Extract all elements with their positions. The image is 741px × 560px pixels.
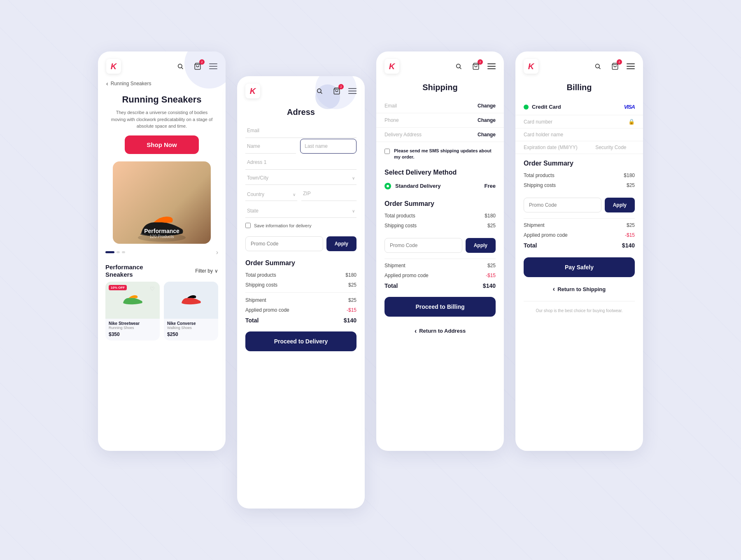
- expiry-label: Expiration date (MM/YY): [524, 145, 578, 150]
- products-section-header: Performance Sneakers Filter by ∨: [98, 258, 226, 282]
- summary-total-label-s4: Total: [524, 242, 537, 249]
- dot-active: [105, 251, 114, 253]
- order-summary-title-s4: Order Summary: [515, 154, 643, 170]
- sneaker-label: Performance 120 Products: [113, 228, 211, 239]
- card-number-label: Card number: [524, 119, 552, 125]
- promo-code-input-s4[interactable]: [524, 198, 601, 212]
- product-card-1[interactable]: 10% OFF ♡ Nike Streetwear Running Shoes …: [105, 282, 160, 341]
- menu-icon-s2[interactable]: [348, 88, 357, 94]
- product-type-1: Running Shoes: [109, 326, 156, 330]
- credit-card-radio-icon: [524, 105, 529, 110]
- header-icons-s2: 2: [314, 85, 357, 97]
- shipping-title: Shipping: [376, 79, 504, 99]
- search-icon-s4[interactable]: [592, 61, 604, 72]
- filter-button[interactable]: Filter by ∨: [195, 268, 218, 274]
- menu-icon-s3[interactable]: [487, 63, 496, 69]
- address1-field[interactable]: [245, 155, 357, 170]
- summary-promo-value-s4: -$15: [625, 232, 635, 238]
- delivery-method-title: Select Delivery Method: [376, 165, 504, 180]
- summary-total-value-s4: $140: [622, 242, 635, 249]
- summary-total-value-s2: $140: [344, 317, 357, 324]
- email-field[interactable]: [245, 124, 357, 138]
- promo-code-row-s4: Apply: [515, 190, 643, 217]
- carousel-next-icon[interactable]: ›: [216, 249, 218, 256]
- delivery-address-row: Delivery Address Change: [376, 128, 504, 142]
- email-change-button[interactable]: Change: [478, 103, 496, 109]
- svg-line-11: [599, 68, 600, 69]
- delivery-label: Standard Delivery: [395, 183, 480, 189]
- delivery-address-change-button[interactable]: Change: [478, 132, 496, 138]
- apply-button-s2[interactable]: Apply: [326, 236, 357, 251]
- sms-text: Please send me SMS shipping updates abou…: [394, 148, 496, 161]
- phone-change-button[interactable]: Change: [478, 117, 496, 123]
- breadcrumb: ‹ Running Sneakers: [98, 79, 226, 91]
- screen-billing: K 2 Billing Credit Card VISA: [515, 51, 643, 451]
- logo-s3[interactable]: K: [384, 59, 399, 74]
- security-code-label: Security Code: [595, 145, 626, 150]
- product-image-2: [164, 282, 218, 319]
- breadcrumb-text: Running Sneakers: [111, 81, 151, 86]
- delivery-option-standard[interactable]: Standard Delivery Free: [376, 180, 504, 194]
- promo-code-input-s3[interactable]: [384, 238, 462, 253]
- last-name-field[interactable]: [300, 139, 357, 154]
- lock-icon: 🔒: [628, 119, 635, 125]
- search-icon-s2[interactable]: [314, 85, 325, 97]
- screen-address: K 2 Adress: [237, 76, 365, 509]
- sms-checkbox[interactable]: [384, 149, 390, 154]
- country-select[interactable]: [245, 187, 297, 201]
- address-title: Adress: [237, 103, 365, 124]
- return-to-shipping-label: Return to Shipping: [557, 286, 606, 292]
- return-to-address-button[interactable]: ‹ Return to Address: [376, 323, 504, 341]
- cart-icon-s2[interactable]: 2: [331, 85, 343, 97]
- summary-promo-label-s4: Applied promo code: [524, 232, 568, 238]
- state-select[interactable]: [245, 203, 357, 218]
- search-icon[interactable]: [175, 61, 186, 72]
- sneaker-label-title: Performance: [113, 228, 211, 234]
- summary-total-s2: Total $140: [237, 315, 365, 326]
- summary-total-s3: Total $140: [376, 280, 504, 291]
- apply-button-s4[interactable]: Apply: [605, 198, 635, 212]
- pay-safely-button[interactable]: Pay Safely: [524, 257, 635, 277]
- zip-field[interactable]: [301, 187, 357, 201]
- discount-badge-1: 10% OFF: [109, 285, 127, 290]
- promo-row-s4: Apply: [524, 192, 635, 215]
- breadcrumb-arrow: ‹: [106, 80, 108, 87]
- product-name-2: Nike Converse: [167, 321, 215, 326]
- logo-s4[interactable]: K: [524, 59, 538, 74]
- proceed-to-delivery-button[interactable]: Proceed to Delivery: [245, 331, 357, 351]
- menu-icon[interactable]: [209, 63, 217, 69]
- summary-divider-s3: [384, 259, 496, 259]
- screen4-header: K 2: [515, 51, 643, 79]
- summary-total-label-s3: Total: [384, 282, 398, 289]
- town-select[interactable]: [245, 170, 357, 185]
- country-zip-row: ∨ Country: [245, 187, 357, 202]
- summary-shipping-s4: Shipping costs $25: [515, 180, 643, 190]
- summary-shipping-s2: Shipping costs $25: [237, 280, 365, 290]
- return-to-shipping-button[interactable]: ‹ Return to Shipping: [515, 281, 643, 299]
- country-select-wrap: ∨ Country: [245, 187, 297, 202]
- save-info-checkbox[interactable]: [245, 223, 251, 228]
- cart-icon-s4[interactable]: 2: [609, 61, 621, 72]
- product-card-2[interactable]: Nike Converse Walking Shoes $250: [164, 282, 218, 341]
- summary-total-products-label-s4: Total products: [524, 173, 555, 178]
- security-code-row: Security Code: [587, 141, 643, 154]
- cart-icon-s3[interactable]: 2: [470, 61, 482, 72]
- filter-label: Filter by: [195, 268, 213, 274]
- shop-now-button[interactable]: Shop Now: [125, 135, 199, 154]
- cart-icon[interactable]: 2: [192, 61, 203, 72]
- product-price-2: $250: [167, 331, 215, 337]
- first-name-field[interactable]: [245, 139, 296, 154]
- promo-code-input-s2[interactable]: [245, 236, 323, 251]
- product-info-1: Nike Streetwear Running Shoes $350: [105, 319, 160, 341]
- logo[interactable]: K: [106, 59, 121, 74]
- page-title: Running Sneakers: [98, 91, 226, 107]
- search-icon-s3[interactable]: [453, 61, 464, 72]
- apply-button-s3[interactable]: Apply: [466, 238, 496, 253]
- logo-s2[interactable]: K: [245, 84, 260, 98]
- proceed-to-billing-button[interactable]: Proceed to Billing: [384, 297, 496, 317]
- summary-promo-value-s2: -$15: [347, 307, 357, 313]
- summary-shipping-value-s2: $25: [348, 282, 357, 288]
- menu-icon-s4[interactable]: [627, 63, 635, 69]
- favorite-icon-1[interactable]: ♡: [148, 285, 156, 293]
- summary-promo-value-s3: -$15: [486, 273, 496, 278]
